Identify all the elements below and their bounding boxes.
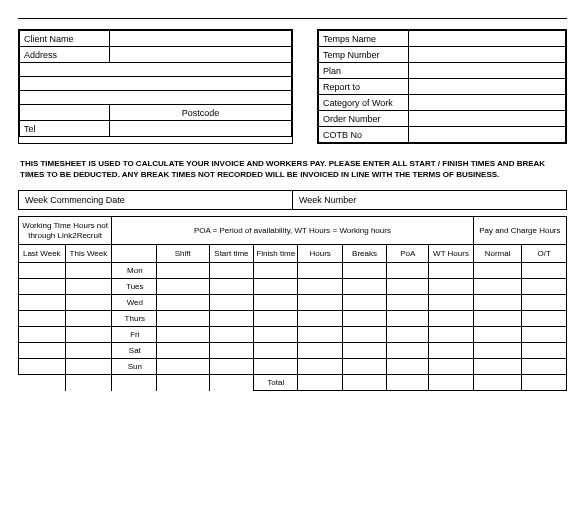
normal-cell[interactable]: [473, 279, 522, 295]
normal-cell[interactable]: [473, 295, 522, 311]
hours-cell[interactable]: [298, 327, 342, 343]
wt-cell[interactable]: [429, 327, 473, 343]
client-name-value[interactable]: [110, 31, 292, 47]
shift-cell[interactable]: [156, 359, 209, 375]
hours-cell[interactable]: [298, 343, 342, 359]
ot-cell[interactable]: [522, 359, 567, 375]
last-week-cell[interactable]: [19, 295, 66, 311]
this-week-cell[interactable]: [65, 263, 112, 279]
normal-cell[interactable]: [473, 311, 522, 327]
poa-cell[interactable]: [387, 295, 429, 311]
last-week-cell[interactable]: [19, 279, 66, 295]
start-cell[interactable]: [209, 311, 253, 327]
finish-cell[interactable]: [254, 295, 298, 311]
this-week-cell[interactable]: [65, 295, 112, 311]
temp-number-value[interactable]: [409, 47, 566, 63]
shift-cell[interactable]: [156, 263, 209, 279]
last-week-cell[interactable]: [19, 263, 66, 279]
finish-cell[interactable]: [254, 359, 298, 375]
total-poa[interactable]: [387, 375, 429, 391]
total-ot[interactable]: [522, 375, 567, 391]
poa-cell[interactable]: [387, 359, 429, 375]
breaks-cell[interactable]: [342, 327, 386, 343]
total-hours[interactable]: [298, 375, 342, 391]
shift-cell[interactable]: [156, 295, 209, 311]
total-wt[interactable]: [429, 375, 473, 391]
address1-value[interactable]: [110, 47, 292, 63]
normal-cell[interactable]: [473, 263, 522, 279]
address3-value[interactable]: [20, 77, 292, 91]
plan-value[interactable]: [409, 63, 566, 79]
table-row: Thurs: [19, 311, 567, 327]
start-cell[interactable]: [209, 327, 253, 343]
ot-cell[interactable]: [522, 311, 567, 327]
order-number-value[interactable]: [409, 111, 566, 127]
shift-cell[interactable]: [156, 327, 209, 343]
total-normal[interactable]: [473, 375, 522, 391]
finish-cell[interactable]: [254, 343, 298, 359]
hours-cell[interactable]: [298, 311, 342, 327]
ot-cell[interactable]: [522, 263, 567, 279]
start-cell[interactable]: [209, 359, 253, 375]
shift-cell[interactable]: [156, 311, 209, 327]
wt-cell[interactable]: [429, 359, 473, 375]
shift-cell[interactable]: [156, 279, 209, 295]
ot-cell[interactable]: [522, 343, 567, 359]
this-week-cell[interactable]: [65, 327, 112, 343]
breaks-cell[interactable]: [342, 359, 386, 375]
last-week-cell[interactable]: [19, 343, 66, 359]
poa-cell[interactable]: [387, 311, 429, 327]
tel-value[interactable]: [110, 121, 292, 137]
cotb-value[interactable]: [409, 127, 566, 143]
temps-name-value[interactable]: [409, 31, 566, 47]
start-cell[interactable]: [209, 295, 253, 311]
total-breaks[interactable]: [342, 375, 386, 391]
this-week-cell[interactable]: [65, 359, 112, 375]
ot-cell[interactable]: [522, 279, 567, 295]
this-week-cell[interactable]: [65, 343, 112, 359]
breaks-cell[interactable]: [342, 263, 386, 279]
breaks-cell[interactable]: [342, 311, 386, 327]
poa-cell[interactable]: [387, 279, 429, 295]
wt-cell[interactable]: [429, 279, 473, 295]
finish-cell[interactable]: [254, 263, 298, 279]
hours-cell[interactable]: [298, 295, 342, 311]
wt-cell[interactable]: [429, 311, 473, 327]
this-week-cell[interactable]: [65, 311, 112, 327]
wt-cell[interactable]: [429, 295, 473, 311]
this-week-cell[interactable]: [65, 279, 112, 295]
start-cell[interactable]: [209, 279, 253, 295]
postcode-pre[interactable]: [20, 105, 110, 121]
ot-cell[interactable]: [522, 295, 567, 311]
address2-value[interactable]: [20, 63, 292, 77]
normal-cell[interactable]: [473, 343, 522, 359]
finish-cell[interactable]: [254, 311, 298, 327]
report-to-value[interactable]: [409, 79, 566, 95]
finish-cell[interactable]: [254, 279, 298, 295]
last-week-cell[interactable]: [19, 359, 66, 375]
normal-cell[interactable]: [473, 359, 522, 375]
hours-cell[interactable]: [298, 279, 342, 295]
breaks-cell[interactable]: [342, 295, 386, 311]
address4-value[interactable]: [20, 91, 292, 105]
normal-cell[interactable]: [473, 327, 522, 343]
start-cell[interactable]: [209, 263, 253, 279]
breaks-cell[interactable]: [342, 279, 386, 295]
last-week-cell[interactable]: [19, 311, 66, 327]
wt-cell[interactable]: [429, 263, 473, 279]
poa-cell[interactable]: [387, 263, 429, 279]
shift-cell[interactable]: [156, 343, 209, 359]
poa-cell[interactable]: [387, 343, 429, 359]
temps-name-label: Temps Name: [319, 31, 409, 47]
start-cell[interactable]: [209, 343, 253, 359]
ot-cell[interactable]: [522, 327, 567, 343]
finish-cell[interactable]: [254, 327, 298, 343]
last-week-cell[interactable]: [19, 327, 66, 343]
breaks-cell[interactable]: [342, 343, 386, 359]
poa-cell[interactable]: [387, 327, 429, 343]
hours-cell[interactable]: [298, 359, 342, 375]
wt-cell[interactable]: [429, 343, 473, 359]
hours-cell[interactable]: [298, 263, 342, 279]
plan-label: Plan: [319, 63, 409, 79]
category-value[interactable]: [409, 95, 566, 111]
